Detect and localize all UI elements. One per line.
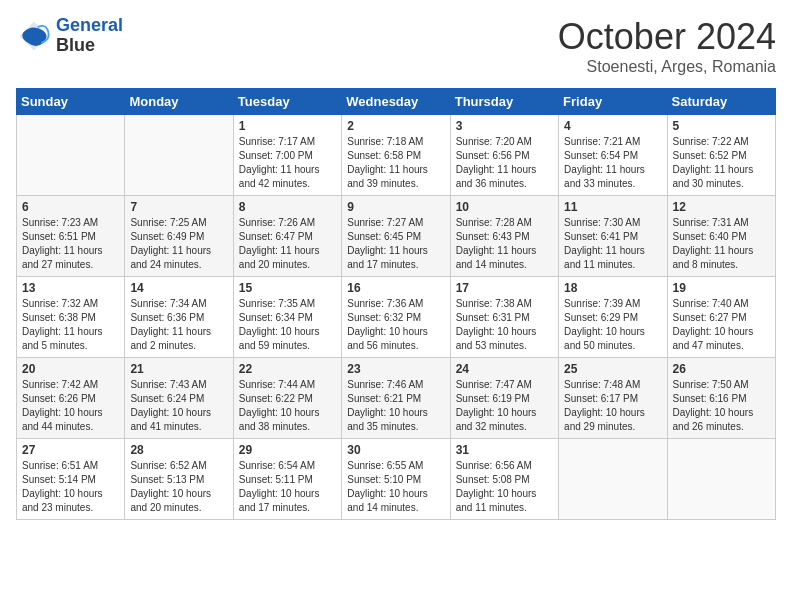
calendar-table: SundayMondayTuesdayWednesdayThursdayFrid… (16, 88, 776, 520)
weekday-header-wednesday: Wednesday (342, 89, 450, 115)
calendar-cell: 14Sunrise: 7:34 AM Sunset: 6:36 PM Dayli… (125, 277, 233, 358)
day-number: 9 (347, 200, 444, 214)
day-number: 16 (347, 281, 444, 295)
day-info: Sunrise: 7:48 AM Sunset: 6:17 PM Dayligh… (564, 378, 661, 434)
day-number: 27 (22, 443, 119, 457)
day-info: Sunrise: 7:46 AM Sunset: 6:21 PM Dayligh… (347, 378, 444, 434)
day-info: Sunrise: 7:28 AM Sunset: 6:43 PM Dayligh… (456, 216, 553, 272)
day-info: Sunrise: 7:25 AM Sunset: 6:49 PM Dayligh… (130, 216, 227, 272)
calendar-cell: 10Sunrise: 7:28 AM Sunset: 6:43 PM Dayli… (450, 196, 558, 277)
calendar-cell: 12Sunrise: 7:31 AM Sunset: 6:40 PM Dayli… (667, 196, 775, 277)
calendar-cell: 13Sunrise: 7:32 AM Sunset: 6:38 PM Dayli… (17, 277, 125, 358)
day-number: 30 (347, 443, 444, 457)
day-info: Sunrise: 6:51 AM Sunset: 5:14 PM Dayligh… (22, 459, 119, 515)
calendar-cell: 5Sunrise: 7:22 AM Sunset: 6:52 PM Daylig… (667, 115, 775, 196)
day-number: 11 (564, 200, 661, 214)
day-number: 7 (130, 200, 227, 214)
day-number: 1 (239, 119, 336, 133)
day-number: 13 (22, 281, 119, 295)
day-number: 5 (673, 119, 770, 133)
day-number: 31 (456, 443, 553, 457)
calendar-cell: 6Sunrise: 7:23 AM Sunset: 6:51 PM Daylig… (17, 196, 125, 277)
weekday-header-thursday: Thursday (450, 89, 558, 115)
calendar-week-row: 20Sunrise: 7:42 AM Sunset: 6:26 PM Dayli… (17, 358, 776, 439)
calendar-cell: 17Sunrise: 7:38 AM Sunset: 6:31 PM Dayli… (450, 277, 558, 358)
day-info: Sunrise: 7:34 AM Sunset: 6:36 PM Dayligh… (130, 297, 227, 353)
weekday-header-tuesday: Tuesday (233, 89, 341, 115)
day-info: Sunrise: 7:21 AM Sunset: 6:54 PM Dayligh… (564, 135, 661, 191)
day-info: Sunrise: 7:20 AM Sunset: 6:56 PM Dayligh… (456, 135, 553, 191)
calendar-cell: 18Sunrise: 7:39 AM Sunset: 6:29 PM Dayli… (559, 277, 667, 358)
calendar-cell: 16Sunrise: 7:36 AM Sunset: 6:32 PM Dayli… (342, 277, 450, 358)
day-info: Sunrise: 6:55 AM Sunset: 5:10 PM Dayligh… (347, 459, 444, 515)
weekday-header-friday: Friday (559, 89, 667, 115)
day-info: Sunrise: 7:18 AM Sunset: 6:58 PM Dayligh… (347, 135, 444, 191)
day-info: Sunrise: 7:30 AM Sunset: 6:41 PM Dayligh… (564, 216, 661, 272)
calendar-cell: 9Sunrise: 7:27 AM Sunset: 6:45 PM Daylig… (342, 196, 450, 277)
day-number: 21 (130, 362, 227, 376)
calendar-cell: 29Sunrise: 6:54 AM Sunset: 5:11 PM Dayli… (233, 439, 341, 520)
calendar-cell: 28Sunrise: 6:52 AM Sunset: 5:13 PM Dayli… (125, 439, 233, 520)
calendar-cell (667, 439, 775, 520)
calendar-week-row: 27Sunrise: 6:51 AM Sunset: 5:14 PM Dayli… (17, 439, 776, 520)
day-info: Sunrise: 7:43 AM Sunset: 6:24 PM Dayligh… (130, 378, 227, 434)
day-number: 10 (456, 200, 553, 214)
day-number: 18 (564, 281, 661, 295)
day-number: 8 (239, 200, 336, 214)
day-number: 6 (22, 200, 119, 214)
day-info: Sunrise: 7:36 AM Sunset: 6:32 PM Dayligh… (347, 297, 444, 353)
calendar-cell: 23Sunrise: 7:46 AM Sunset: 6:21 PM Dayli… (342, 358, 450, 439)
day-number: 29 (239, 443, 336, 457)
day-number: 12 (673, 200, 770, 214)
day-info: Sunrise: 7:40 AM Sunset: 6:27 PM Dayligh… (673, 297, 770, 353)
calendar-cell: 25Sunrise: 7:48 AM Sunset: 6:17 PM Dayli… (559, 358, 667, 439)
calendar-cell: 15Sunrise: 7:35 AM Sunset: 6:34 PM Dayli… (233, 277, 341, 358)
day-number: 26 (673, 362, 770, 376)
day-info: Sunrise: 6:54 AM Sunset: 5:11 PM Dayligh… (239, 459, 336, 515)
calendar-cell: 30Sunrise: 6:55 AM Sunset: 5:10 PM Dayli… (342, 439, 450, 520)
day-info: Sunrise: 7:22 AM Sunset: 6:52 PM Dayligh… (673, 135, 770, 191)
calendar-cell: 27Sunrise: 6:51 AM Sunset: 5:14 PM Dayli… (17, 439, 125, 520)
day-info: Sunrise: 6:52 AM Sunset: 5:13 PM Dayligh… (130, 459, 227, 515)
logo-line2: Blue (56, 36, 123, 56)
day-number: 15 (239, 281, 336, 295)
day-info: Sunrise: 6:56 AM Sunset: 5:08 PM Dayligh… (456, 459, 553, 515)
calendar-cell: 26Sunrise: 7:50 AM Sunset: 6:16 PM Dayli… (667, 358, 775, 439)
day-number: 28 (130, 443, 227, 457)
calendar-cell: 19Sunrise: 7:40 AM Sunset: 6:27 PM Dayli… (667, 277, 775, 358)
day-number: 23 (347, 362, 444, 376)
day-number: 17 (456, 281, 553, 295)
calendar-cell: 22Sunrise: 7:44 AM Sunset: 6:22 PM Dayli… (233, 358, 341, 439)
calendar-cell: 11Sunrise: 7:30 AM Sunset: 6:41 PM Dayli… (559, 196, 667, 277)
day-info: Sunrise: 7:35 AM Sunset: 6:34 PM Dayligh… (239, 297, 336, 353)
day-info: Sunrise: 7:17 AM Sunset: 7:00 PM Dayligh… (239, 135, 336, 191)
logo-text: General Blue (56, 16, 123, 56)
calendar-cell: 24Sunrise: 7:47 AM Sunset: 6:19 PM Dayli… (450, 358, 558, 439)
calendar-cell (125, 115, 233, 196)
day-info: Sunrise: 7:23 AM Sunset: 6:51 PM Dayligh… (22, 216, 119, 272)
day-number: 14 (130, 281, 227, 295)
weekday-header-monday: Monday (125, 89, 233, 115)
calendar-cell: 21Sunrise: 7:43 AM Sunset: 6:24 PM Dayli… (125, 358, 233, 439)
day-info: Sunrise: 7:47 AM Sunset: 6:19 PM Dayligh… (456, 378, 553, 434)
calendar-cell: 20Sunrise: 7:42 AM Sunset: 6:26 PM Dayli… (17, 358, 125, 439)
day-number: 24 (456, 362, 553, 376)
location-title: Stoenesti, Arges, Romania (558, 58, 776, 76)
day-info: Sunrise: 7:26 AM Sunset: 6:47 PM Dayligh… (239, 216, 336, 272)
day-info: Sunrise: 7:50 AM Sunset: 6:16 PM Dayligh… (673, 378, 770, 434)
calendar-cell: 8Sunrise: 7:26 AM Sunset: 6:47 PM Daylig… (233, 196, 341, 277)
page-header: General Blue October 2024 Stoenesti, Arg… (16, 16, 776, 76)
title-area: October 2024 Stoenesti, Arges, Romania (558, 16, 776, 76)
day-info: Sunrise: 7:39 AM Sunset: 6:29 PM Dayligh… (564, 297, 661, 353)
day-info: Sunrise: 7:42 AM Sunset: 6:26 PM Dayligh… (22, 378, 119, 434)
day-info: Sunrise: 7:27 AM Sunset: 6:45 PM Dayligh… (347, 216, 444, 272)
weekday-header-saturday: Saturday (667, 89, 775, 115)
day-info: Sunrise: 7:44 AM Sunset: 6:22 PM Dayligh… (239, 378, 336, 434)
day-number: 25 (564, 362, 661, 376)
calendar-week-row: 6Sunrise: 7:23 AM Sunset: 6:51 PM Daylig… (17, 196, 776, 277)
day-number: 4 (564, 119, 661, 133)
weekday-header-sunday: Sunday (17, 89, 125, 115)
day-info: Sunrise: 7:38 AM Sunset: 6:31 PM Dayligh… (456, 297, 553, 353)
calendar-cell: 4Sunrise: 7:21 AM Sunset: 6:54 PM Daylig… (559, 115, 667, 196)
calendar-cell (559, 439, 667, 520)
